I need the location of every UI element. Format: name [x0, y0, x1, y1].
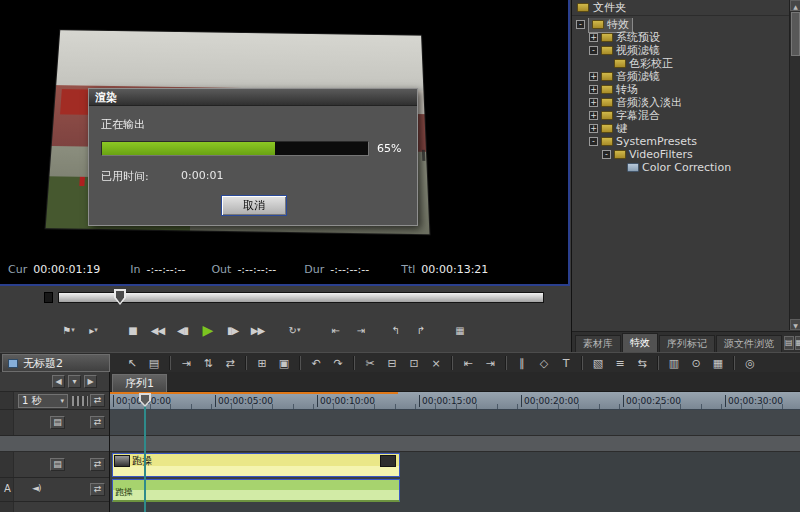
- scroll-up-button[interactable]: ▲: [790, 0, 800, 11]
- audio-mixer-button[interactable]: ≡: [610, 355, 630, 371]
- scrollbar-thumb[interactable]: [791, 12, 800, 56]
- set-out-button[interactable]: ⇥: [480, 355, 500, 371]
- undo-button[interactable]: ↶: [306, 355, 326, 371]
- tree-item-system-presets[interactable]: + 系统预设: [572, 31, 788, 44]
- add-transition-button[interactable]: ◇: [534, 355, 554, 371]
- render-in-out-button[interactable]: ⊙: [686, 355, 706, 371]
- expander-icon[interactable]: +: [589, 111, 598, 120]
- insert-mode-button[interactable]: ⇥: [176, 355, 196, 371]
- paste-button[interactable]: ⊡: [404, 355, 424, 371]
- video-clip[interactable]: 跑操: [112, 453, 400, 477]
- sync-mode-button[interactable]: ⇅: [198, 355, 218, 371]
- folder-icon: [601, 137, 613, 146]
- timeline-playhead-line[interactable]: [144, 396, 146, 512]
- fast-forward-button[interactable]: ▶▶: [245, 318, 270, 342]
- expander-icon[interactable]: -: [576, 20, 585, 29]
- redo-button[interactable]: ↷: [328, 355, 348, 371]
- track-matte-button[interactable]: ▧: [588, 355, 608, 371]
- panel-scroll-left-button[interactable]: ◀: [52, 375, 65, 388]
- audio-clip[interactable]: 跑操: [112, 479, 400, 502]
- tree-item-audio-crossfade[interactable]: + 音频淡入淡出: [572, 96, 788, 109]
- match-frame-icon: ⇆: [637, 357, 646, 370]
- list-view-button[interactable]: ▤: [784, 336, 794, 350]
- track-header-audio[interactable]: A ◄) ⇄: [0, 478, 109, 502]
- next-edit-button[interactable]: ⇥: [348, 318, 373, 342]
- tree-item-color-correction-cn[interactable]: 色彩校正: [572, 57, 788, 70]
- expander-icon[interactable]: +: [589, 72, 598, 81]
- empty-track[interactable]: [110, 410, 800, 436]
- icon-view-button[interactable]: ▦: [795, 336, 800, 350]
- timescale-select[interactable]: 1 秒 ▾: [18, 394, 68, 408]
- tree-item-color-correction[interactable]: Color Correction: [572, 161, 788, 174]
- export-timeline-button[interactable]: ▦: [708, 355, 728, 371]
- cut-button[interactable]: ✂: [360, 355, 380, 371]
- multicam-button[interactable]: ▥: [664, 355, 684, 371]
- next-frame-button[interactable]: ▮▶: [220, 318, 245, 342]
- sequence-tab[interactable]: 序列1: [112, 374, 167, 392]
- track-header-1[interactable]: ▤ ⇄: [0, 410, 109, 436]
- expander-icon[interactable]: -: [589, 46, 598, 55]
- timeline-mode-button[interactable]: ▤: [144, 355, 164, 371]
- play-button[interactable]: ▶: [195, 318, 220, 342]
- expand-icon: ⇄: [94, 484, 102, 494]
- tab-effects[interactable]: 特效: [622, 333, 658, 352]
- new-sequence-button[interactable]: ⊞: [252, 355, 272, 371]
- tab-bin[interactable]: 素材库: [575, 335, 621, 352]
- goto-in-button[interactable]: ↰: [383, 318, 408, 342]
- copy-button[interactable]: ⊟: [382, 355, 402, 371]
- loop-button[interactable]: ↻ ▾: [282, 318, 307, 342]
- save-project-button[interactable]: ▣: [274, 355, 294, 371]
- expander-icon[interactable]: +: [589, 85, 598, 94]
- add-cut-button[interactable]: ∥: [512, 355, 532, 371]
- expand-tracks-button[interactable]: ⇄: [90, 394, 105, 407]
- set-in-button[interactable]: ⇤: [458, 355, 478, 371]
- previous-frame-button[interactable]: ◀▮: [170, 318, 195, 342]
- tab-source-browser[interactable]: 源文件浏览: [716, 335, 782, 352]
- scroll-down-button[interactable]: ▼: [790, 319, 800, 330]
- tree-item-keyers[interactable]: + 键: [572, 122, 788, 135]
- cancel-button[interactable]: 取消: [221, 195, 287, 216]
- track-expand-button[interactable]: ⇄: [90, 416, 105, 429]
- export-button[interactable]: ▦: [447, 318, 472, 342]
- tab-sequence-marks[interactable]: 序列标记: [659, 335, 715, 352]
- options-button[interactable]: ◎: [740, 355, 760, 371]
- panel-scroll-right-button[interactable]: ▶: [84, 375, 97, 388]
- marker-button[interactable]: ⚑ ▾: [56, 318, 81, 342]
- tree-item-systempresets[interactable]: - SystemPresets: [572, 135, 788, 148]
- tree-item-title-mixers[interactable]: + 字幕混合: [572, 109, 788, 122]
- stop-button[interactable]: ■: [120, 318, 145, 342]
- play-icon: ▶: [203, 322, 213, 338]
- playback-menu-button[interactable]: ▸ ▾: [81, 318, 106, 342]
- expander-icon[interactable]: +: [589, 124, 598, 133]
- tree-item-video-filters-cn[interactable]: - 视频滤镜: [572, 44, 788, 57]
- previous-edit-button[interactable]: ⇤: [323, 318, 348, 342]
- expander-icon[interactable]: -: [589, 137, 598, 146]
- expander-icon[interactable]: +: [589, 33, 598, 42]
- project-tab[interactable]: 无标题2: [2, 354, 110, 372]
- rewind-button[interactable]: ◀◀: [145, 318, 170, 342]
- scrub-track[interactable]: [58, 292, 544, 303]
- add-title-button[interactable]: T: [556, 355, 576, 371]
- track-expand-button[interactable]: ⇄: [90, 458, 105, 471]
- expander-icon[interactable]: -: [602, 150, 611, 159]
- timeline-ruler[interactable]: 00:00:00:00 00:00:05:00 00:00:10:00 00:0…: [110, 392, 800, 410]
- speaker-icon[interactable]: ◄): [32, 483, 40, 493]
- ruler-tick: 00:00:20:00: [521, 395, 579, 407]
- tree-item-videofilters[interactable]: - VideoFilters: [572, 148, 788, 161]
- track-visibility-button[interactable]: ▤: [50, 458, 65, 471]
- tree-item-effects[interactable]: - 特效: [572, 18, 788, 31]
- track-expand-button[interactable]: ⇄: [90, 483, 105, 496]
- track-header-video[interactable]: ▤ ⇄: [0, 452, 109, 478]
- tree-item-audio-filters[interactable]: + 音频滤镜: [572, 70, 788, 83]
- pointer-mode-button[interactable]: ↖: [122, 355, 142, 371]
- zoom-slider[interactable]: [72, 396, 88, 406]
- track-visibility-button[interactable]: ▤: [50, 416, 65, 429]
- tree-scrollbar[interactable]: ▲ ▼: [789, 0, 800, 330]
- match-frame-button[interactable]: ⇆: [632, 355, 652, 371]
- delete-button[interactable]: ×: [426, 355, 446, 371]
- render-dialog-titlebar[interactable]: 渲染: [89, 89, 417, 106]
- expander-icon[interactable]: +: [589, 98, 598, 107]
- panel-menu-button[interactable]: ▾: [68, 375, 81, 388]
- ripple-mode-button[interactable]: ⇄: [220, 355, 240, 371]
- goto-out-button[interactable]: ↱: [408, 318, 433, 342]
